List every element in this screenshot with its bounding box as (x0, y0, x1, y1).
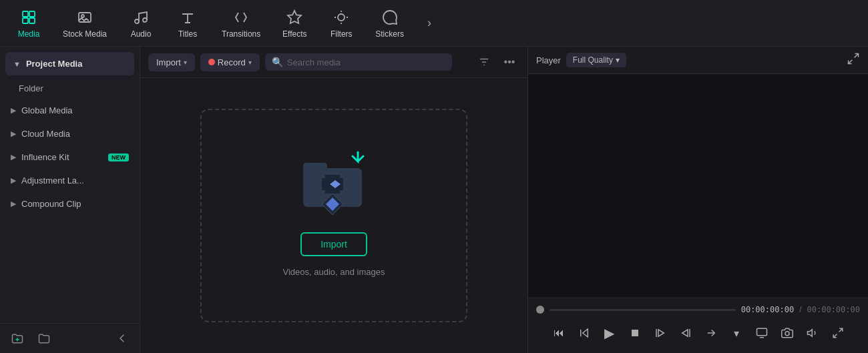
project-media-chevron: ▼ (13, 60, 21, 68)
toolbar-filters-label: Filters (331, 29, 353, 39)
sidebar-item-cloud-media[interactable]: ▶ Cloud Media (3, 123, 137, 145)
influence-kit-label: Influence Kit (21, 152, 103, 162)
timecode-total: 00:00:00:00 (807, 305, 860, 314)
toolbar-transitions-label: Transitions (222, 29, 260, 39)
import-area: Import Videos, audio, and images (140, 78, 527, 353)
adjustment-layer-chevron: ▶ (11, 176, 16, 185)
influence-kit-badge: NEW (108, 153, 129, 161)
svg-rect-15 (322, 175, 325, 178)
record-dot-icon (208, 59, 215, 65)
timecode-current: 00:00:00:00 (741, 305, 794, 314)
player-controls: ⏮ ▶ ⏹ (536, 320, 860, 346)
svg-rect-16 (340, 175, 343, 178)
timeline-playhead[interactable] (536, 306, 544, 314)
import-main-button[interactable]: Import (300, 232, 367, 256)
svg-rect-27 (756, 328, 767, 336)
sidebar-folder[interactable]: Folder (0, 78, 140, 99)
player-timeline: 00:00:00:00 / 00:00:00:00 ⏮ ▶ ⏹ (528, 298, 868, 353)
media-toolbar-right: ••• (474, 52, 519, 72)
media-icon (19, 8, 38, 27)
sidebar-item-compound-clip[interactable]: ▶ Compound Clip (3, 193, 137, 215)
svg-rect-3 (29, 18, 35, 23)
toolbar-audio-label: Audio (131, 29, 152, 39)
add-media-button[interactable] (35, 329, 53, 348)
search-input[interactable] (287, 57, 445, 67)
svg-point-8 (338, 14, 345, 21)
download-arrow-icon (349, 149, 367, 168)
play-button[interactable]: ▶ (599, 322, 620, 344)
step-back-button[interactable] (574, 322, 595, 344)
filter-button[interactable] (474, 52, 494, 72)
timecode-separator: / (799, 305, 801, 314)
import-dropdown-arrow: ▾ (184, 59, 187, 66)
global-media-label: Global Media (21, 105, 129, 115)
collapse-sidebar-button[interactable] (113, 329, 132, 348)
toolbar-stickers-label: Stickers (375, 29, 404, 39)
snapshot-button[interactable] (777, 322, 798, 344)
more-options-button[interactable]: ••• (499, 52, 519, 72)
sidebar: ▼ Project Media Folder ▶ Global Media ▶ … (0, 47, 140, 353)
record-label: Record (218, 57, 246, 67)
toolbar-item-effects[interactable]: Effects (271, 4, 318, 43)
folder-label: Folder (19, 83, 43, 93)
import-subtitle: Videos, audio, and images (283, 267, 385, 277)
project-media-label: Project Media (26, 59, 83, 69)
toolbar-item-media[interactable]: Media (5, 4, 52, 43)
search-icon: 🔍 (272, 57, 283, 67)
transitions-icon (232, 8, 250, 27)
stop-button[interactable]: ⏹ (624, 322, 646, 344)
import-dropzone[interactable]: Import Videos, audio, and images (200, 109, 467, 322)
volume-button[interactable] (802, 322, 823, 344)
stickers-icon (381, 8, 399, 27)
effects-icon (285, 8, 304, 27)
toolbar-item-titles[interactable]: Titles (164, 4, 211, 43)
svg-point-5 (81, 15, 84, 17)
record-button[interactable]: Record ▾ (200, 53, 260, 71)
add-to-timeline-dropdown[interactable]: ▾ (726, 322, 747, 344)
import-button[interactable]: Import ▾ (148, 53, 195, 71)
sidebar-item-influence-kit[interactable]: ▶ Influence Kit NEW (3, 146, 137, 168)
toolbar-item-audio[interactable]: Audio (118, 4, 164, 43)
compound-clip-label: Compound Clip (21, 199, 129, 209)
audio-icon (132, 8, 150, 27)
skip-back-button[interactable]: ⏮ (548, 322, 570, 344)
player-expand-button[interactable] (847, 52, 860, 68)
search-bar[interactable]: 🔍 (265, 53, 452, 71)
toolbar-effects-label: Effects (282, 29, 306, 39)
svg-rect-0 (23, 11, 28, 17)
import-label: Import (156, 57, 181, 67)
svg-rect-2 (23, 18, 28, 23)
fullscreen-button[interactable] (827, 322, 849, 344)
player-header: Player Full Quality ▾ (528, 47, 868, 74)
media-toolbar: Import ▾ Record ▾ 🔍 (140, 47, 527, 78)
toolbar-stock-label: Stock Media (63, 29, 107, 39)
stock-media-icon (75, 8, 94, 27)
toolbar-item-stock-media[interactable]: Stock Media (52, 4, 118, 43)
player-canvas (528, 74, 868, 298)
quality-label: Full Quality (573, 55, 613, 65)
toolbar-item-stickers[interactable]: Stickers (365, 4, 415, 43)
svg-line-31 (839, 328, 842, 332)
mark-out-button[interactable] (675, 322, 696, 344)
filters-icon (332, 8, 351, 27)
toolbar-more-button[interactable]: › (417, 11, 441, 35)
svg-marker-23 (582, 329, 588, 337)
toolbar-item-filters[interactable]: Filters (318, 4, 365, 43)
toolbar-titles-label: Titles (178, 29, 197, 39)
new-folder-button[interactable] (8, 329, 27, 348)
main-content: ▼ Project Media Folder ▶ Global Media ▶ … (0, 47, 868, 353)
mark-in-button[interactable] (650, 322, 671, 344)
player-label: Player (536, 55, 561, 65)
sidebar-item-adjustment-layer[interactable]: ▶ Adjustment La... (3, 169, 137, 192)
sidebar-project-media[interactable]: ▼ Project Media (5, 52, 134, 75)
svg-rect-1 (29, 11, 35, 17)
timeline-progress-bar[interactable] (550, 309, 736, 311)
toolbar-item-transitions[interactable]: Transitions (211, 4, 271, 43)
svg-point-6 (135, 19, 139, 23)
quality-select[interactable]: Full Quality ▾ (566, 53, 626, 67)
monitor-button[interactable] (751, 322, 773, 344)
toolbar-media-label: Media (18, 29, 40, 39)
sidebar-item-global-media[interactable]: ▶ Global Media (3, 99, 137, 121)
import-icon-wrap (300, 155, 367, 222)
add-to-timeline-button[interactable] (700, 322, 722, 344)
